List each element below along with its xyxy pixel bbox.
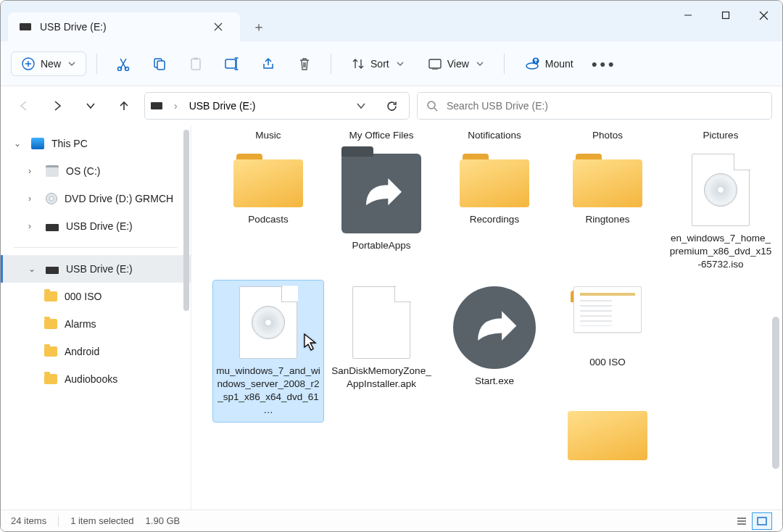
file-icon (352, 286, 410, 359)
new-tab-button[interactable]: ＋ (249, 17, 269, 37)
exe-shortcut-icon (453, 286, 536, 369)
svg-point-2 (118, 67, 122, 70)
chevron-right-icon[interactable]: › (28, 194, 38, 204)
svg-rect-6 (191, 59, 200, 70)
dvd-icon (46, 193, 57, 204)
folder-preview-icon (568, 286, 647, 350)
tab-title: USB Drive (E:) (40, 21, 199, 33)
tree-folder-android[interactable]: Android (1, 338, 191, 365)
view-icon (428, 58, 442, 70)
share-button[interactable] (252, 50, 284, 78)
delete-button[interactable] (289, 50, 320, 78)
view-details-button[interactable] (732, 512, 752, 530)
view-button[interactable]: View (418, 53, 494, 75)
divider (331, 54, 331, 74)
close-button[interactable] (745, 1, 782, 30)
tree-folder-alarms[interactable]: Alarms (1, 310, 191, 338)
content-scrollbar[interactable] (772, 317, 779, 469)
address-segment[interactable]: USB Drive (E:) (189, 100, 256, 112)
refresh-button[interactable] (380, 94, 403, 117)
search-box[interactable] (417, 92, 772, 120)
tab-close-button[interactable] (208, 17, 228, 37)
item-label: Music (213, 125, 323, 145)
cut-button[interactable] (107, 50, 139, 78)
plus-circle-icon (22, 57, 35, 70)
chevron-down-icon[interactable]: ⌄ (14, 138, 24, 149)
svg-point-12 (428, 101, 435, 109)
paste-button (180, 50, 212, 78)
chevron-right-icon[interactable]: › (28, 166, 38, 176)
folder-icon (233, 154, 303, 207)
recent-button[interactable] (78, 93, 104, 119)
status-item-count: 24 items (11, 515, 46, 526)
status-selection: 1 item selected (70, 515, 133, 526)
chevron-right-icon[interactable]: › (28, 221, 38, 231)
item-ringtones[interactable]: Ringtones (552, 148, 663, 276)
drive-icon (46, 165, 59, 177)
file-row-labels: Music My Office Files Notifications Phot… (191, 125, 782, 145)
item-startexe[interactable]: Start.exe (439, 280, 550, 422)
search-icon (426, 100, 438, 112)
back-button[interactable] (11, 93, 37, 119)
sort-button[interactable]: Sort (341, 52, 414, 75)
new-button[interactable]: New (11, 51, 86, 76)
folder-shortcut-icon (341, 154, 421, 233)
minimize-button[interactable] (669, 1, 707, 30)
iso-file-icon (239, 286, 297, 359)
address-bar[interactable]: › USB Drive (E:) (144, 92, 410, 120)
chevron-down-icon (68, 60, 75, 67)
item-apk[interactable]: SanDiskMemoryZone_AppInstaller.apk (326, 280, 436, 422)
search-input[interactable] (447, 100, 763, 112)
chevron-right-icon: › (170, 100, 182, 112)
folder-icon (44, 291, 57, 302)
toolbar: New Sort View Mount ●●● (1, 41, 782, 86)
view-icons-button[interactable] (752, 512, 772, 530)
tab-usb-drive[interactable]: USB Drive (E:) (8, 12, 240, 41)
tree-folder-000iso[interactable]: 000 ISO (1, 283, 191, 310)
navigation-row: › USB Drive (E:) (1, 86, 782, 125)
item-iso1[interactable]: en_windows_7_home_premium_x86_dvd_x15-65… (666, 148, 776, 276)
title-bar: USB Drive (E:) ＋ (1, 1, 782, 41)
content-pane: Music My Office Files Notifications Phot… (191, 125, 782, 510)
maximize-button[interactable] (707, 1, 745, 30)
view-toggle (732, 512, 772, 530)
chevron-down-icon[interactable]: ⌄ (28, 264, 38, 274)
item-recordings[interactable]: Recordings (439, 148, 550, 276)
sidebar-scrollbar[interactable] (183, 130, 189, 311)
svg-rect-7 (194, 57, 198, 59)
tree-os-c[interactable]: › OS (C:) (1, 157, 191, 185)
sort-icon (352, 57, 365, 70)
folder-icon (573, 154, 642, 207)
cursor-icon (303, 333, 318, 352)
tree-usb-e[interactable]: › USB Drive (E:) (1, 212, 191, 240)
status-size: 1.90 GB (146, 515, 181, 526)
item-portableapps[interactable]: PortableApps (326, 148, 436, 276)
file-row: Podcasts PortableApps Recordings Rington… (191, 148, 782, 276)
svg-rect-0 (723, 12, 729, 19)
item-iso2-selected[interactable]: mu_windows_7_and_windows_server_2008_r2_… (213, 280, 323, 422)
tree-usb-e-expanded[interactable]: ⌄ USB Drive (E:) (1, 255, 191, 283)
svg-rect-8 (225, 59, 236, 68)
chevron-down-icon (476, 60, 484, 67)
item-podcasts[interactable]: Podcasts (213, 148, 323, 276)
up-button[interactable] (111, 93, 137, 119)
tree-dvd-d[interactable]: › DVD Drive (D:) GRMCH (1, 185, 191, 212)
item-000iso-folder[interactable]: 000 ISO (552, 280, 663, 422)
rename-button[interactable] (216, 50, 248, 78)
tree-folder-audiobooks[interactable]: Audiobooks (1, 365, 191, 393)
usb-drive-icon (46, 267, 59, 274)
folder-icon (44, 319, 57, 329)
svg-rect-5 (157, 61, 165, 70)
forward-button[interactable] (44, 93, 70, 119)
more-button[interactable]: ●●● (588, 50, 620, 78)
copy-button[interactable] (144, 50, 175, 78)
mount-button[interactable]: Mount (515, 52, 584, 75)
item-label: My Office Files (326, 125, 436, 145)
tree-this-pc[interactable]: ⌄ This PC (1, 130, 191, 157)
address-dropdown-button[interactable] (349, 94, 373, 117)
usb-drive-icon (151, 102, 162, 109)
window-controls (669, 1, 782, 30)
folder-icon (44, 374, 57, 384)
item-label: Pictures (666, 125, 776, 145)
chevron-down-icon (397, 60, 404, 67)
